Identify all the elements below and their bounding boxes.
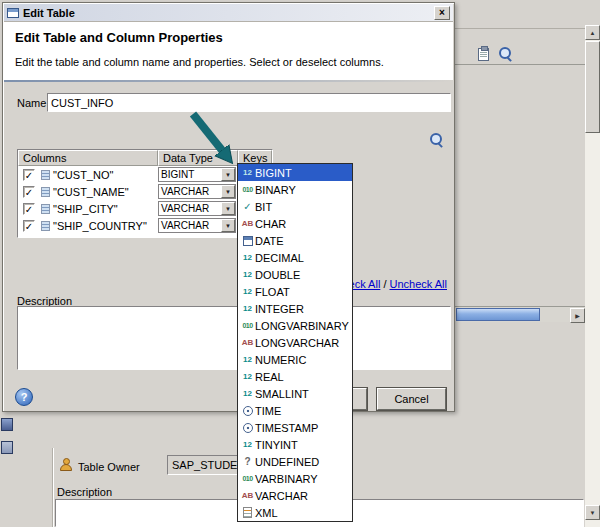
dropdown-item[interactable]: ?UNDEFINED [238, 453, 352, 470]
question-icon: ? [244, 456, 250, 467]
combo-arrow-icon[interactable]: ▼ [221, 202, 235, 215]
column-name: "CUST_NO" [53, 169, 113, 181]
dropdown-item[interactable]: ✓BIT [238, 198, 352, 215]
dropdown-item[interactable]: 12INTEGER [238, 300, 352, 317]
description-textarea[interactable] [17, 306, 451, 370]
column-icon [41, 221, 50, 231]
header-data-type[interactable]: Data Type [158, 150, 238, 166]
help-button[interactable]: ? [15, 388, 33, 406]
data-type-combo[interactable]: VARCHAR▼ [158, 218, 236, 233]
header-columns[interactable]: Columns [18, 150, 158, 166]
column-name: "SHIP_CITY" [53, 203, 118, 215]
dropdown-item-label: XML [255, 507, 278, 519]
data-type-combo[interactable]: VARCHAR▼ [158, 201, 236, 216]
header-separator [4, 80, 453, 82]
dropdown-item[interactable]: 12REAL [238, 368, 352, 385]
search-icon[interactable] [430, 133, 444, 147]
column-cell: ✓"SHIP_COUNTRY" [18, 217, 158, 234]
vertical-scrollbar[interactable]: ▲ ▼ [585, 25, 600, 527]
dialog-heading: Edit Table and Column Properties [15, 30, 223, 45]
dropdown-item-label: TIMESTAMP [255, 422, 318, 434]
minimized-view-icon-2[interactable] [1, 441, 13, 454]
table-owner-label: Table Owner [78, 461, 140, 473]
column-icon [41, 170, 50, 180]
close-button[interactable]: × [434, 6, 450, 20]
clipboard-icon[interactable] [474, 45, 492, 63]
dropdown-item[interactable]: 12NUMERIC [238, 351, 352, 368]
dropdown-item[interactable]: 12SMALLINT [238, 385, 352, 402]
data-type-value: VARCHAR [159, 202, 221, 215]
dropdown-item[interactable]: 010VARBINARY [238, 470, 352, 487]
table-row[interactable]: ✓"CUST_NAME"VARCHAR▼ [18, 183, 272, 200]
char-icon: AB [242, 219, 254, 228]
clipboard-icon-glyph [478, 48, 489, 61]
date-icon [243, 236, 253, 246]
dialog-header: Edit Table and Column Properties Edit th… [4, 22, 453, 80]
dropdown-item[interactable]: 12BIGINT [238, 164, 352, 181]
dropdown-item-label: BIGINT [255, 167, 292, 179]
char-icon: AB [242, 491, 254, 500]
combo-arrow-icon[interactable]: ▼ [221, 219, 235, 232]
dropdown-item[interactable]: ABLONGVARCHAR [238, 334, 352, 351]
dropdown-item[interactable]: DATE [238, 232, 352, 249]
check-icon: ✓ [243, 201, 251, 212]
table-row[interactable]: ✓"SHIP_CITY"VARCHAR▼ [18, 200, 272, 217]
binary-icon: 010 [242, 186, 252, 193]
minimized-view-icon[interactable] [1, 418, 13, 431]
dropdown-item[interactable]: TIME [238, 402, 352, 419]
data-type-cell: VARCHAR▼ [158, 183, 238, 200]
dropdown-item-label: VARCHAR [255, 490, 308, 502]
data-type-combo[interactable]: VARCHAR▼ [158, 184, 236, 199]
dropdown-item[interactable]: TIMESTAMP [238, 419, 352, 436]
numeric-icon: 12 [243, 304, 252, 313]
data-type-cell: VARCHAR▼ [158, 217, 238, 234]
magnifier-icon[interactable] [497, 45, 515, 63]
horizontal-scroll-thumb[interactable] [456, 308, 540, 321]
combo-arrow-icon[interactable]: ▼ [221, 185, 235, 198]
dropdown-item-label: FLOAT [255, 286, 290, 298]
dropdown-item[interactable]: 010BINARY [238, 181, 352, 198]
data-type-combo[interactable]: BIGINT▼ [158, 167, 236, 182]
name-input[interactable] [47, 93, 451, 112]
column-cell: ✓"SHIP_CITY" [18, 200, 158, 217]
columns-table: Columns Data Type Keys ✓"CUST_NO"BIGINT▼… [17, 149, 273, 238]
dropdown-item-label: DOUBLE [255, 269, 300, 281]
dropdown-item[interactable]: 010LONGVARBINARY [238, 317, 352, 334]
dropdown-item-label: BINARY [255, 184, 296, 196]
person-icon [60, 458, 72, 471]
column-checkbox[interactable]: ✓ [23, 186, 35, 198]
dropdown-item[interactable]: 12FLOAT [238, 283, 352, 300]
scroll-down-button[interactable]: ▼ [585, 505, 600, 520]
table-row[interactable]: ✓"SHIP_COUNTRY"VARCHAR▼ [18, 217, 272, 234]
dropdown-item[interactable]: 12DECIMAL [238, 249, 352, 266]
binary-icon: 010 [242, 475, 252, 482]
combo-arrow-icon[interactable]: ▼ [221, 168, 235, 181]
numeric-icon: 12 [243, 389, 252, 398]
char-icon: AB [242, 338, 254, 347]
uncheck-all-link[interactable]: Uncheck All [390, 278, 447, 290]
numeric-icon: 12 [243, 440, 252, 449]
dropdown-item[interactable]: XML [238, 504, 352, 521]
column-cell: ✓"CUST_NAME" [18, 183, 158, 200]
dropdown-item[interactable]: 12TINYINT [238, 436, 352, 453]
dropdown-item[interactable]: ABCHAR [238, 215, 352, 232]
data-type-dropdown-list: 12BIGINT010BINARY✓BITABCHARDATE12DECIMAL… [237, 163, 353, 522]
xml-icon [243, 507, 252, 518]
data-type-value: BIGINT [159, 168, 221, 181]
column-checkbox[interactable]: ✓ [23, 169, 35, 181]
table-row[interactable]: ✓"CUST_NO"BIGINT▼ [18, 166, 272, 183]
column-checkbox[interactable]: ✓ [23, 203, 35, 215]
magnifier-icon-glyph [499, 47, 513, 61]
vertical-scroll-thumb[interactable] [585, 41, 600, 133]
dialog-titlebar[interactable]: Edit Table × [4, 4, 453, 22]
column-name: "SHIP_COUNTRY" [53, 220, 147, 232]
dropdown-item[interactable]: 12DOUBLE [238, 266, 352, 283]
timestamp-icon [243, 423, 253, 433]
dropdown-item[interactable]: ABVARCHAR [238, 487, 352, 504]
dropdown-item-label: REAL [255, 371, 284, 383]
cancel-button[interactable]: Cancel [377, 388, 446, 410]
scroll-right-button[interactable]: ▶ [570, 308, 585, 323]
column-checkbox[interactable]: ✓ [23, 220, 35, 232]
horizontal-scrollbar[interactable]: ▶ [455, 306, 585, 322]
scroll-up-button[interactable]: ▲ [585, 25, 600, 40]
